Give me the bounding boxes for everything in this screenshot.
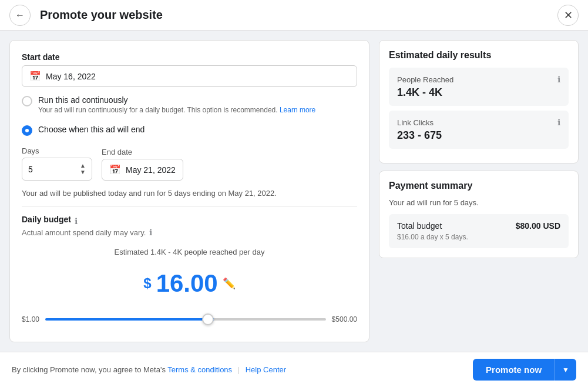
link-clicks-info-icon[interactable]: ℹ — [557, 118, 560, 127]
people-reached-item: People Reached ℹ 1.4K - 4K — [389, 68, 569, 106]
calendar-icon-2: 📅 — [109, 164, 121, 175]
budget-value: 16.00 — [156, 269, 218, 298]
edit-budget-icon[interactable]: ✏️ — [223, 277, 236, 290]
right-panel: Estimated daily results People Reached ℹ… — [379, 40, 579, 342]
slider-min: $1.00 — [22, 315, 39, 323]
budget-info-icon[interactable]: ℹ — [75, 216, 78, 226]
footer-text-before: By clicking Promote now, you agree to Me… — [12, 365, 166, 374]
header: ← Promote your website ✕ — [0, 0, 588, 31]
days-label: Days — [22, 146, 92, 155]
run-continuous-option[interactable]: Run this ad continuously Your ad will ru… — [22, 95, 357, 114]
dollar-sign: $ — [143, 275, 151, 292]
total-budget-row: Total budget $80.00 USD — [397, 221, 560, 231]
run-continuous-text: Run this ad continuously Your ad will ru… — [38, 95, 315, 114]
end-date-label: End date — [102, 148, 183, 156]
promote-group: Promote now ▼ — [473, 359, 576, 381]
days-up-arrow[interactable]: ▲ — [80, 163, 86, 169]
run-continuous-label: Run this ad continuously — [38, 95, 315, 105]
close-icon: ✕ — [564, 9, 573, 22]
learn-more-link[interactable]: Learn more — [280, 106, 315, 114]
estimated-title: Estimated daily results — [389, 50, 569, 61]
link-clicks-value: 233 - 675 — [397, 129, 560, 142]
divider — [22, 206, 357, 206]
link-clicks-label-row: Link Clicks ℹ — [397, 118, 560, 127]
total-budget-amount: $80.00 USD — [516, 221, 560, 231]
days-down-arrow[interactable]: ▼ — [80, 169, 86, 175]
choose-end-label: Choose when this ad will end — [38, 125, 145, 134]
people-reached-label: People Reached — [397, 75, 453, 84]
page-title: Promote your website — [40, 8, 557, 22]
start-date-section: Start date 📅 May 16, 2022 — [22, 52, 357, 87]
back-icon: ← — [15, 10, 25, 21]
main-content: Start date 📅 May 16, 2022 Run this ad co… — [0, 31, 588, 352]
actual-spend-label: Actual amount spend daily may vary. ℹ — [22, 228, 357, 237]
run-continuous-sub: Your ad will run continuously for a dail… — [38, 106, 315, 114]
link-clicks-label: Link Clicks — [397, 118, 434, 127]
slider-thumb[interactable] — [202, 313, 214, 325]
terms-link[interactable]: Terms & conditions — [167, 365, 232, 374]
budget-slider-container: $1.00 $500.00 — [22, 315, 357, 323]
budget-header: Daily budget ℹ — [22, 215, 357, 228]
end-date-value: May 21, 2022 — [126, 165, 176, 175]
footer: By clicking Promote now, you agree to Me… — [0, 352, 588, 387]
start-date-value: May 16, 2022 — [46, 72, 96, 81]
people-reached-value: 1.4K - 4K — [397, 86, 560, 99]
total-budget-box: Total budget $80.00 USD $16.00 a day x 5… — [389, 214, 569, 248]
estimated-results-card: Estimated daily results People Reached ℹ… — [379, 40, 579, 164]
people-reached-info-icon[interactable]: ℹ — [557, 75, 560, 84]
footer-separator: | — [238, 365, 242, 374]
daily-budget-section: Daily budget ℹ Actual amount spend daily… — [22, 215, 357, 237]
daily-budget-label: Daily budget — [22, 215, 71, 224]
payment-summary-card: Payment summary Your ad will run for 5 d… — [379, 171, 579, 258]
calendar-icon: 📅 — [29, 71, 41, 82]
days-input[interactable]: 5 ▲ ▼ — [22, 158, 92, 181]
days-stepper[interactable]: ▲ ▼ — [80, 163, 86, 175]
back-button[interactable]: ← — [9, 5, 31, 26]
estimated-reach-label: Estimated 1.4K - 4K people reached per d… — [22, 248, 357, 256]
choose-end-option[interactable]: Choose when this ad will end — [22, 125, 357, 136]
end-date-field: End date 📅 May 21, 2022 — [102, 148, 183, 181]
payment-sub: Your ad will run for 5 days. — [389, 198, 569, 207]
days-end-row: Days 5 ▲ ▼ End date 📅 May 21, 2022 — [22, 146, 357, 181]
total-budget-label: Total budget — [397, 221, 442, 231]
promote-dropdown-button[interactable]: ▼ — [555, 359, 576, 381]
days-value: 5 — [28, 165, 33, 174]
budget-slider[interactable] — [45, 318, 326, 321]
choose-end-radio[interactable] — [22, 125, 32, 136]
actual-spend-info-icon[interactable]: ℹ — [149, 228, 152, 237]
help-center-link[interactable]: Help Center — [246, 365, 286, 374]
start-date-input[interactable]: 📅 May 16, 2022 — [22, 65, 357, 87]
total-breakdown: $16.00 a day x 5 days. — [397, 233, 560, 241]
payment-title: Payment summary — [389, 181, 569, 191]
run-continuous-radio[interactable] — [22, 96, 32, 106]
promote-now-button[interactable]: Promote now — [473, 359, 555, 381]
choose-end-text: Choose when this ad will end — [38, 125, 145, 134]
left-panel: Start date 📅 May 16, 2022 Run this ad co… — [9, 40, 369, 342]
people-reached-label-row: People Reached ℹ — [397, 75, 560, 84]
close-button[interactable]: ✕ — [557, 5, 579, 26]
start-date-label: Start date — [22, 52, 357, 62]
end-date-input[interactable]: 📅 May 21, 2022 — [102, 159, 183, 181]
slider-max: $500.00 — [332, 315, 357, 323]
budget-amount-row: $ 16.00 ✏️ — [22, 269, 357, 298]
footer-text: By clicking Promote now, you agree to Me… — [12, 365, 286, 374]
days-field: Days 5 ▲ ▼ — [22, 146, 92, 181]
publish-info: Your ad will be published today and run … — [22, 189, 357, 198]
link-clicks-item: Link Clicks ℹ 233 - 675 — [389, 111, 569, 149]
